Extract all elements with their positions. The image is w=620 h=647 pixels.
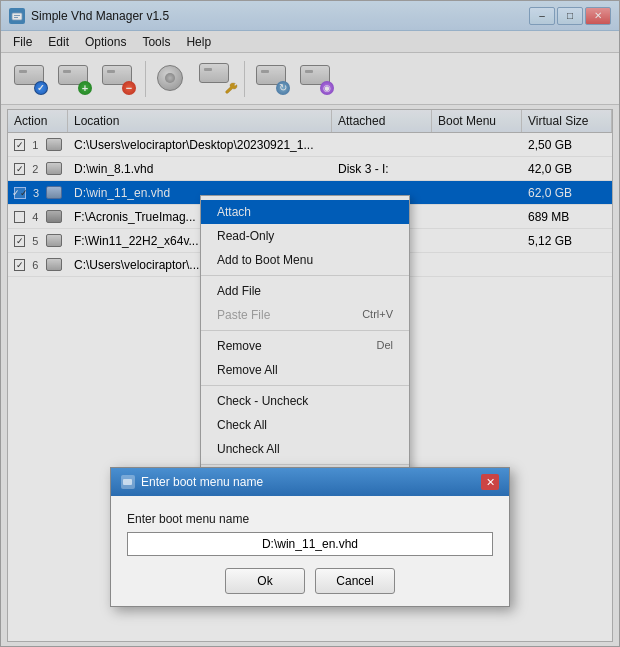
dialog-app-icon	[121, 475, 135, 489]
dialog-close-button[interactable]: ✕	[481, 474, 499, 490]
dialog-cancel-button[interactable]: Cancel	[315, 568, 395, 594]
dialog-input[interactable]	[127, 532, 493, 556]
dialog-ok-button[interactable]: Ok	[225, 568, 305, 594]
main-window: Simple Vhd Manager v1.5 – □ ✕ File Edit …	[0, 0, 620, 647]
dialog-boot-menu: Enter boot menu name ✕ Enter boot menu n…	[110, 467, 510, 607]
dialog-title-left: Enter boot menu name	[121, 475, 263, 489]
dialog-buttons: Ok Cancel	[127, 568, 493, 594]
svg-rect-3	[123, 479, 132, 485]
dialog-label: Enter boot menu name	[127, 512, 493, 526]
dialog-title-bar: Enter boot menu name ✕	[111, 468, 509, 496]
dialog-title-text: Enter boot menu name	[141, 475, 263, 489]
dialog-body: Enter boot menu name Ok Cancel	[111, 496, 509, 606]
dialog-overlay: Enter boot menu name ✕ Enter boot menu n…	[0, 0, 620, 647]
